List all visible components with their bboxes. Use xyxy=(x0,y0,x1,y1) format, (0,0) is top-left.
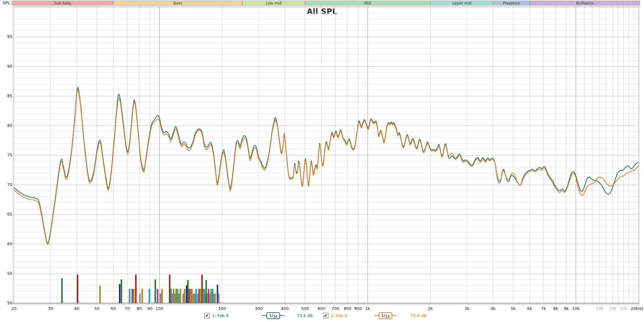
x-tick-label: 15k xyxy=(609,306,616,311)
series-2-checkbox[interactable] xyxy=(323,313,329,318)
x-axis-bar xyxy=(12,303,640,305)
series-2-average-spl: 73.9 dB xyxy=(410,313,426,318)
smoothing-numerator: 1/ xyxy=(269,313,273,318)
room-mode-bar xyxy=(182,294,184,303)
series-2-smoothing-badge[interactable]: 1/24 xyxy=(374,312,396,319)
room-mode-bar xyxy=(173,289,174,303)
series-2-label: 2: Feb 9 xyxy=(331,313,347,318)
room-mode-bar xyxy=(217,285,218,303)
room-mode-bar xyxy=(194,294,195,303)
x-tick-label: 70 xyxy=(125,306,130,311)
y-tick-label: 85 xyxy=(2,93,12,98)
x-tick-label: 5k xyxy=(511,306,516,311)
legend-value-2: 73.9 dB xyxy=(410,312,426,319)
x-tick-label: 4k xyxy=(490,306,495,311)
x-tick-label: 800 xyxy=(343,306,351,311)
x-tick-label: 600 xyxy=(317,306,325,311)
x-tick-label: 17k xyxy=(620,306,627,311)
y-tick-label: 95 xyxy=(2,34,12,39)
room-mode-bar xyxy=(214,294,216,303)
badge-line-right xyxy=(392,315,396,316)
room-mode-bar xyxy=(200,289,201,303)
room-mode-bar xyxy=(61,278,63,303)
badge-line-right xyxy=(280,315,284,316)
series-1-smoothing-badge[interactable]: 1/24 xyxy=(262,312,284,319)
y-tick-label: 70 xyxy=(2,182,12,187)
room-mode-bar xyxy=(186,285,187,303)
y-tick-label: 75 xyxy=(2,153,12,157)
x-tick-label: 40 xyxy=(74,306,79,311)
room-mode-bar xyxy=(191,289,193,303)
room-mode-bar xyxy=(157,289,158,303)
spl-graph-window: SPL Sub bassBassLow midMidUpper midPrese… xyxy=(0,0,644,322)
x-tick-label: 3k xyxy=(464,306,469,311)
room-mode-bar xyxy=(206,280,207,303)
room-mode-bar xyxy=(139,294,141,303)
room-mode-bar xyxy=(184,289,185,303)
series-1-average-spl: 73.6 dB xyxy=(297,313,313,318)
spl-curve-1 xyxy=(14,87,638,243)
x-tick-label: 700 xyxy=(331,306,339,311)
smoothing-denominator: 24 xyxy=(385,315,390,318)
x-tick-label: 20 xyxy=(11,306,17,311)
y-tick-label: 80 xyxy=(2,123,12,128)
x-tick-label: 500 xyxy=(301,306,309,311)
x-tick-label: 1k xyxy=(365,306,370,311)
room-mode-bar xyxy=(135,275,137,303)
room-mode-bar xyxy=(190,289,191,303)
room-mode-bar xyxy=(187,280,189,303)
legend: 1: Feb 9 1/24 73.6 dB 2: Feb 9 1/24 73.9… xyxy=(0,312,644,320)
smoothing-numerator: 1/ xyxy=(381,313,385,318)
room-mode-bar xyxy=(176,289,177,303)
x-tick-label: 400 xyxy=(281,306,289,311)
room-mode-bar xyxy=(100,286,101,303)
x-tick-label: 90 xyxy=(147,306,153,311)
x-tick-label: 20kHz xyxy=(631,306,643,311)
x-tick-label: 10k xyxy=(572,306,580,311)
room-mode-bar xyxy=(170,289,172,303)
y-tick-label: 65 xyxy=(2,212,12,217)
y-tick-label: 55 xyxy=(2,271,12,276)
x-tick-label: 30 xyxy=(48,306,53,311)
room-mode-bar xyxy=(160,294,161,303)
room-mode-bar xyxy=(208,289,209,303)
legend-value-1: 73.6 dB xyxy=(297,312,313,319)
legend-item-1: 1: Feb 9 xyxy=(204,312,228,319)
x-tick-label: 7k xyxy=(541,306,546,311)
room-mode-bar xyxy=(195,289,197,303)
room-mode-bar xyxy=(172,294,173,303)
room-mode-bar xyxy=(189,289,190,303)
y-tick-label: 90 xyxy=(2,64,12,69)
room-mode-bar xyxy=(121,279,122,303)
x-tick-label: 9k xyxy=(564,306,569,311)
room-mode-bar xyxy=(174,294,176,303)
room-mode-bar xyxy=(132,289,133,303)
badge-line-left xyxy=(374,315,379,316)
room-mode-bar xyxy=(77,275,78,303)
badge-line-left xyxy=(262,315,266,316)
x-tick-label: 50 xyxy=(94,306,100,311)
legend-item-2: 2: Feb 9 xyxy=(323,312,347,319)
room-mode-bar xyxy=(149,289,150,303)
room-mode-bar xyxy=(213,294,214,303)
x-tick-label: 13k xyxy=(596,306,603,311)
room-mode-bar xyxy=(178,294,180,303)
room-mode-bar xyxy=(169,275,170,303)
legend-smoothing-2: 1/24 xyxy=(374,312,396,319)
x-tick-label: 80 xyxy=(137,306,142,311)
x-tick-label: 200 xyxy=(218,306,226,311)
room-mode-bar xyxy=(119,284,120,303)
x-tick-label: 300 xyxy=(255,306,263,311)
x-tick-label: 60 xyxy=(111,306,116,311)
legend-smoothing-1: 1/24 xyxy=(262,312,284,319)
x-tick-label: 2k xyxy=(428,306,433,311)
room-mode-bar xyxy=(141,289,143,303)
chart-canvas[interactable] xyxy=(0,0,644,322)
room-mode-bar xyxy=(155,279,156,303)
y-tick-label: 50 xyxy=(2,301,12,305)
series-1-checkbox[interactable] xyxy=(204,313,210,318)
room-mode-bar xyxy=(218,294,219,303)
room-mode-bar xyxy=(180,289,181,303)
x-tick-label: 900 xyxy=(354,306,362,311)
series-1-label: 1: Feb 9 xyxy=(212,313,228,318)
